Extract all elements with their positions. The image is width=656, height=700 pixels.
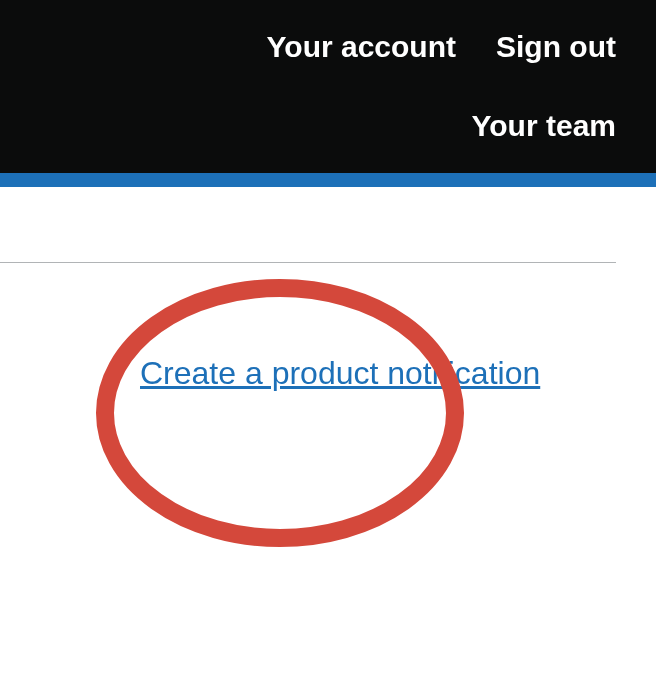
your-account-link[interactable]: Your account <box>267 30 456 64</box>
header-nav-row-2: Your team <box>472 109 616 143</box>
header-nav-row-1: Your account Sign out <box>267 30 616 64</box>
main-content: Create a product notification <box>0 262 656 393</box>
highlight-ellipse-icon <box>90 273 470 553</box>
sign-out-link[interactable]: Sign out <box>496 30 616 64</box>
svg-point-0 <box>105 288 455 538</box>
accent-bar <box>0 173 656 187</box>
create-link-container: Create a product notification <box>140 353 540 393</box>
your-team-link[interactable]: Your team <box>472 109 616 143</box>
divider <box>0 262 616 263</box>
header: Your account Sign out Your team <box>0 0 656 173</box>
create-product-notification-link[interactable]: Create a product notification <box>140 353 540 393</box>
